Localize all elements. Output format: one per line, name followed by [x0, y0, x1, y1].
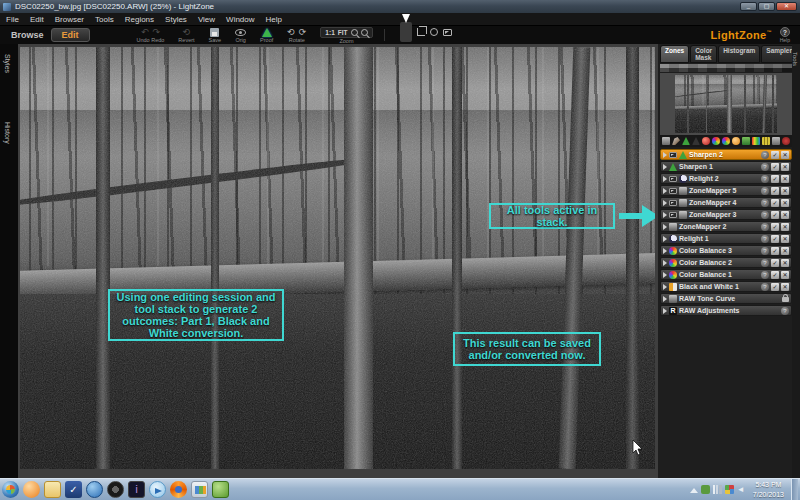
- zone-segment[interactable]: [735, 64, 744, 72]
- taskbar-app-bird-app[interactable]: [149, 481, 166, 498]
- clone-brush-tool-icon[interactable]: [672, 137, 680, 145]
- tone-curve-tool-icon[interactable]: [772, 137, 780, 145]
- tab-zones[interactable]: Zones: [660, 45, 689, 63]
- menu-item-tools[interactable]: Tools: [95, 15, 114, 24]
- expand-icon[interactable]: [663, 284, 667, 290]
- check-icon[interactable]: ✓: [771, 175, 779, 183]
- rotate-mode-icon[interactable]: [430, 28, 438, 36]
- stack-row-raw-tone-curve[interactable]: RAW Tone Curve: [660, 293, 792, 304]
- taskbar-app-person-app[interactable]: i: [128, 481, 145, 498]
- zone-segment[interactable]: [688, 64, 697, 72]
- zone-segment[interactable]: [660, 64, 669, 72]
- help-icon[interactable]: ?: [761, 175, 769, 183]
- stack-row-relight-2[interactable]: Relight 2?✓✕: [660, 173, 792, 184]
- white-balance-tool-icon[interactable]: [752, 137, 760, 145]
- crop-mode-icon[interactable]: [417, 28, 425, 36]
- menu-item-file[interactable]: File: [6, 15, 19, 24]
- zone-segment[interactable]: [669, 64, 678, 72]
- menu-item-edit[interactable]: Edit: [30, 15, 44, 24]
- help-icon[interactable]: ?: [761, 247, 769, 255]
- taskbar-app-media-player[interactable]: [23, 481, 40, 498]
- stack-row-relight-1[interactable]: Relight 1?✓✕: [660, 233, 792, 244]
- hue-saturation-tool-icon[interactable]: [712, 137, 720, 145]
- help-icon[interactable]: ?: [761, 223, 769, 231]
- region-mode-icon[interactable]: [443, 29, 452, 36]
- orig-button[interactable]: Orig: [235, 27, 246, 43]
- expand-icon[interactable]: [663, 164, 667, 170]
- blur-tool-icon[interactable]: [692, 137, 700, 145]
- expand-icon[interactable]: [663, 296, 667, 302]
- check-icon[interactable]: ✓: [771, 235, 779, 243]
- close-icon[interactable]: ✕: [781, 211, 789, 219]
- browse-tab[interactable]: Browse: [6, 28, 49, 42]
- close-icon[interactable]: ✕: [781, 235, 789, 243]
- volume-icon[interactable]: ◄: [737, 485, 746, 494]
- expand-icon[interactable]: [663, 176, 667, 182]
- zone-segment[interactable]: [782, 64, 791, 72]
- rotate-right-icon[interactable]: ⟳: [299, 27, 307, 37]
- red-mask-tool-icon[interactable]: [782, 137, 790, 145]
- taskbar-app-photo-viewer[interactable]: [191, 481, 208, 498]
- expand-icon[interactable]: [663, 200, 667, 206]
- menu-item-help[interactable]: Help: [266, 15, 282, 24]
- zone-segment[interactable]: [754, 64, 763, 72]
- stack-row-raw-adjustments[interactable]: RRAW Adjustments?: [660, 305, 792, 316]
- red-eye-tool-icon[interactable]: [702, 137, 710, 145]
- taskbar-app-green-app[interactable]: [212, 481, 229, 498]
- photo-canvas[interactable]: All tools active in stack. Using one edi…: [20, 47, 655, 469]
- expand-icon[interactable]: [663, 308, 667, 314]
- zone-segment[interactable]: [745, 64, 754, 72]
- check-icon[interactable]: ✓: [771, 187, 779, 195]
- close-icon[interactable]: ✕: [781, 247, 789, 255]
- edit-tab[interactable]: Edit: [51, 28, 90, 42]
- taskbar-app-check-app[interactable]: ✓: [65, 481, 82, 498]
- check-icon[interactable]: ✓: [771, 211, 779, 219]
- close-icon[interactable]: ✕: [781, 223, 789, 231]
- help-icon[interactable]: ?: [761, 259, 769, 267]
- close-button[interactable]: ✕: [776, 2, 797, 11]
- zone-segment[interactable]: [679, 64, 688, 72]
- zone-segment[interactable]: [764, 64, 773, 72]
- history-drawer-tab[interactable]: History: [4, 122, 11, 144]
- close-icon[interactable]: ✕: [781, 163, 789, 171]
- zoom-out-icon[interactable]: [361, 29, 368, 36]
- taskbar-app-firefox[interactable]: [170, 481, 187, 498]
- close-icon[interactable]: ✕: [781, 283, 789, 291]
- show-desktop-button[interactable]: [791, 479, 798, 500]
- close-icon[interactable]: ✕: [781, 175, 789, 183]
- close-icon[interactable]: ✕: [781, 151, 789, 159]
- taskbar-app-file-explorer[interactable]: [44, 481, 61, 498]
- tray-expand-icon[interactable]: [690, 488, 698, 493]
- expand-icon[interactable]: [663, 224, 667, 230]
- expand-icon[interactable]: [663, 248, 667, 254]
- zonemapper-tool-icon[interactable]: [662, 137, 670, 145]
- help-button[interactable]: ? Help: [780, 27, 790, 43]
- check-icon[interactable]: ✓: [771, 259, 779, 267]
- zone-segment[interactable]: [726, 64, 735, 72]
- tools-rail-label[interactable]: Tools: [792, 52, 798, 66]
- expand-icon[interactable]: [663, 188, 667, 194]
- zone-segment[interactable]: [707, 64, 716, 72]
- zone-segment[interactable]: [717, 64, 726, 72]
- help-icon[interactable]: ?: [761, 187, 769, 195]
- stack-row-black-and-white-1[interactable]: Black and White 1?✓✕: [660, 281, 792, 292]
- help-icon[interactable]: ?: [761, 283, 769, 291]
- tray-color-icon[interactable]: [725, 485, 734, 494]
- check-icon[interactable]: ✓: [771, 247, 779, 255]
- color-balance-tool-icon[interactable]: [722, 137, 730, 145]
- zone-segment[interactable]: [698, 64, 707, 72]
- noise-reduction-tool-icon[interactable]: [762, 137, 770, 145]
- check-icon[interactable]: ✓: [771, 271, 779, 279]
- stack-row-sharpen-2[interactable]: Sharpen 2?✓✕: [660, 149, 792, 160]
- tab-histogram[interactable]: Histogram: [718, 45, 760, 63]
- stack-row-zonemapper-3[interactable]: ZoneMapper 3?✓✕: [660, 209, 792, 220]
- help-icon[interactable]: ?: [761, 151, 769, 159]
- close-icon[interactable]: ✕: [781, 199, 789, 207]
- maximize-button[interactable]: ▢: [758, 2, 775, 11]
- expand-icon[interactable]: [663, 152, 667, 158]
- save-button[interactable]: Save: [209, 27, 222, 43]
- expand-icon[interactable]: [663, 260, 667, 266]
- help-icon[interactable]: ?: [781, 307, 789, 315]
- revert-button[interactable]: ⟲ Revert: [178, 27, 194, 43]
- tab-color-mask[interactable]: Color Mask: [690, 45, 717, 63]
